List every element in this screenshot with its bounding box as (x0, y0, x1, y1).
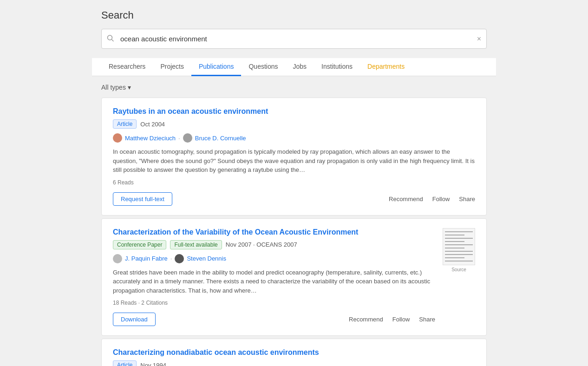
result-meta-3: Article Nov 1994 (113, 360, 475, 366)
table-row: Characterization of the Variability of t… (101, 218, 487, 336)
authors-row-2: J. Paquin Fabre · Steven Dennis (113, 254, 435, 263)
tab-publications[interactable]: Publications (191, 58, 242, 76)
result-stats-2: 18 Reads · 2 Citations (113, 300, 435, 306)
svg-point-0 (108, 35, 112, 40)
result-meta-2: Conference Paper Full-text available Nov… (113, 240, 435, 249)
table-row: Characterizing nonadiabatic ocean acoust… (101, 339, 487, 366)
page-title: Search (101, 9, 487, 21)
share-button-1[interactable]: Share (459, 196, 475, 203)
tab-jobs[interactable]: Jobs (286, 58, 314, 76)
tab-questions[interactable]: Questions (241, 58, 285, 76)
svg-line-1 (112, 39, 114, 41)
recommend-button-2[interactable]: Recommend (349, 316, 383, 323)
search-bar-container: × (101, 29, 487, 49)
authors-row-1: Matthew Dzieciuch · Bruce D. Cornuelle (113, 133, 475, 143)
result-thumbnail-2[interactable]: Source (443, 228, 475, 327)
result-title-3[interactable]: Characterizing nonadiabatic ocean acoust… (113, 348, 475, 357)
search-icon (107, 34, 114, 43)
all-types-filter[interactable]: All types ▾ (101, 84, 131, 91)
request-fulltext-button-1[interactable]: Request full-text (113, 192, 172, 206)
tab-projects[interactable]: Projects (153, 58, 191, 76)
table-row: Raytubes in an ocean acoustic environmen… (101, 98, 487, 216)
avatar-2-1 (113, 254, 122, 263)
author-name-2-1[interactable]: J. Paquin Fabre (125, 255, 168, 262)
tab-institutions[interactable]: Institutions (314, 58, 360, 76)
result-abstract-2: Great strides have been made in the abil… (113, 268, 435, 295)
filter-row: All types ▾ (101, 84, 487, 91)
result-actions-2: Download Recommend Follow Share (113, 313, 435, 326)
author-name-2-2[interactable]: Steven Dennis (187, 255, 226, 262)
recommend-button-1[interactable]: Recommend (389, 196, 423, 203)
type-badge-2: Conference Paper (113, 240, 166, 249)
chevron-down-icon: ▾ (128, 84, 131, 91)
result-date-3: Nov 1994 (140, 362, 166, 366)
author-name-1-2[interactable]: Bruce D. Cornuelle (195, 135, 246, 142)
result-title-1[interactable]: Raytubes in an ocean acoustic environmen… (113, 107, 475, 116)
follow-button-2[interactable]: Follow (392, 316, 410, 323)
result-meta-1: Article Oct 2004 (113, 119, 475, 129)
avatar-2-2 (175, 254, 184, 263)
search-input[interactable] (101, 29, 487, 49)
share-button-2[interactable]: Share (419, 316, 435, 323)
result-title-2[interactable]: Characterization of the Variability of t… (113, 228, 435, 236)
search-clear-button[interactable]: × (477, 35, 481, 43)
results-list: Raytubes in an ocean acoustic environmen… (101, 98, 487, 366)
author-name-1-1[interactable]: Matthew Dzieciuch (125, 135, 176, 142)
tab-researchers[interactable]: Researchers (101, 58, 153, 76)
avatar-1-2 (183, 133, 192, 143)
result-stats-1: 6 Reads (113, 179, 475, 186)
fulltext-badge-2: Full-text available (170, 240, 222, 249)
result-date-1: Oct 2004 (140, 121, 165, 128)
source-label-2: Source (451, 267, 466, 272)
tab-departments[interactable]: Departments (360, 58, 412, 76)
type-badge-3: Article (113, 360, 137, 366)
avatar-1-1 (113, 133, 122, 143)
thumbnail-image-2 (443, 228, 475, 265)
result-abstract-1: In ocean acoustic tomography, sound prop… (113, 147, 475, 175)
type-badge-1: Article (113, 119, 137, 129)
result-actions-1: Request full-text Recommend Follow Share (113, 192, 475, 206)
follow-button-1[interactable]: Follow (432, 196, 450, 203)
download-button-2[interactable]: Download (113, 313, 156, 326)
tabs-nav: Researchers Projects Publications Questi… (92, 58, 496, 76)
result-date-2: Nov 2007 · OCEANS 2007 (226, 241, 297, 248)
